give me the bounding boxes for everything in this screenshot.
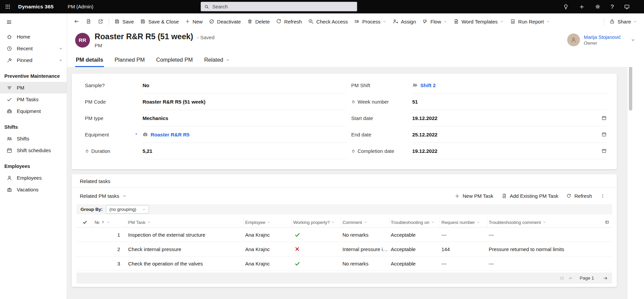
column-header-troubleshooting-comment[interactable]: Troubleshooting comment	[487, 217, 602, 227]
run-report-button[interactable]: Run Report	[507, 16, 553, 26]
sidebar-item-shifts[interactable]: Shifts	[0, 133, 67, 144]
sidebar-item-employees[interactable]: Employees	[0, 172, 67, 184]
share-button[interactable]: Share	[606, 16, 640, 26]
field-value[interactable]: Roaster R&R R5 (51 week)	[143, 94, 346, 110]
chevron-down-icon	[364, 221, 367, 224]
column-header-pm-task[interactable]: PM Task	[127, 217, 244, 227]
owner-avatar[interactable]	[567, 34, 580, 46]
sidebar-item-shift-schedules[interactable]: Shift schedules	[0, 144, 67, 156]
delete-button[interactable]: Delete	[244, 16, 273, 26]
more-commands-button[interactable]	[597, 191, 609, 201]
tab-related[interactable]: Related	[204, 54, 230, 67]
tab-completed-pm[interactable]: Completed PM	[156, 54, 194, 67]
cell-troubleshooting-on: Acceptable	[389, 232, 440, 238]
add-icon[interactable]	[579, 4, 585, 10]
flow-button[interactable]: Flow	[419, 16, 450, 26]
column-header-request-number[interactable]: Request number	[440, 217, 487, 227]
calendar-icon[interactable]	[601, 148, 607, 154]
column-header-employee[interactable]: Employee	[244, 217, 292, 227]
app-name[interactable]: PM (Admin)	[68, 4, 94, 9]
refresh-button[interactable]: Refresh	[273, 16, 305, 26]
field-value[interactable]: No	[143, 77, 346, 94]
help-icon[interactable]: ?	[611, 4, 614, 10]
field-value[interactable]: Mechanics	[143, 110, 346, 126]
chevron-down-icon[interactable]	[631, 38, 635, 42]
lightbulb-icon[interactable]	[563, 4, 569, 10]
sidebar-item-label: Shift schedules	[17, 147, 51, 153]
table-row[interactable]: 2 Check internal pressure Ana Krajnc Int…	[76, 242, 612, 256]
sidebar-item-pinned[interactable]: Pinned	[0, 54, 67, 66]
sidebar-item-vacations[interactable]: Vacations	[0, 184, 67, 195]
sidebar-collapse-hamburger-icon[interactable]	[0, 13, 67, 31]
column-header-number[interactable]: №	[93, 217, 127, 227]
form-selector-button[interactable]	[83, 16, 95, 26]
equipment-lookup-link[interactable]: Roaster R&R R5	[151, 132, 190, 137]
sidebar-item-equipment[interactable]: Equipment	[0, 105, 67, 117]
word-templates-button[interactable]: Word Templates	[450, 16, 507, 26]
grid-settings-icon[interactable]	[602, 217, 612, 227]
equipment-icon	[6, 108, 12, 114]
sidebar-item-home[interactable]: Home	[0, 31, 67, 43]
field-label: PM type	[85, 115, 103, 121]
form-document-icon	[86, 18, 92, 24]
save-button[interactable]: Save	[111, 16, 137, 26]
new-pm-task-button[interactable]: New PM Task	[451, 191, 496, 201]
field-label: Equipment	[85, 132, 109, 137]
field-value[interactable]: Shift 2	[412, 77, 607, 94]
table-row[interactable]: 3 Check the operation of the valves Ana …	[76, 256, 612, 271]
settings-gear-icon[interactable]	[595, 4, 601, 10]
field-value: 51	[412, 94, 607, 110]
field-value[interactable]: 19.12.2022	[412, 110, 607, 126]
feedback-monitor-icon[interactable]	[624, 4, 630, 10]
field-value[interactable]: 25.12.2022	[412, 126, 607, 143]
lock-icon	[85, 149, 89, 153]
table-row[interactable]: 1 Inspection of the external structure A…	[76, 228, 612, 242]
previous-page-button[interactable]	[568, 276, 574, 281]
save-and-close-button[interactable]: Save & Close	[137, 16, 182, 26]
cell-pm-task: Inspection of the external structure	[127, 232, 244, 238]
app-launcher-waffle-icon[interactable]	[0, 0, 15, 13]
form-tabs: PM details Planned PM Completed PM Relat…	[67, 54, 644, 67]
new-button[interactable]: New	[182, 17, 206, 26]
process-icon	[354, 18, 360, 24]
subgrid-refresh-button[interactable]: Refresh	[563, 191, 595, 201]
group-by-label: Group By:	[80, 207, 103, 212]
deactivate-button[interactable]: Deactivate	[206, 16, 244, 26]
people-icon	[412, 82, 418, 88]
owner-name-link[interactable]: Marija Stojanović	[584, 35, 621, 40]
next-page-button[interactable]	[603, 276, 608, 281]
sidebar-item-pm[interactable]: PM	[0, 82, 67, 94]
check-access-button[interactable]: Check Access	[305, 16, 351, 26]
share-icon	[609, 18, 615, 24]
open-in-new-window-button[interactable]	[95, 16, 107, 26]
cell-troubleshooting-comment: Pressure returned to normal limits	[487, 246, 602, 252]
assign-button[interactable]: Assign	[389, 16, 419, 26]
select-all-check-icon[interactable]	[76, 217, 93, 227]
related-pm-tasks-grid: № PM Task Employee Working properly? Com…	[76, 217, 612, 271]
pm-filter-icon	[6, 85, 12, 91]
process-button[interactable]: Process	[351, 16, 389, 26]
vertical-scrollbar-thumb[interactable]	[629, 60, 632, 111]
shift-lookup-link[interactable]: Shift 2	[420, 82, 436, 88]
back-button[interactable]	[70, 16, 83, 26]
calendar-icon[interactable]	[601, 132, 607, 137]
group-by-dropdown[interactable]: (no grouping)	[106, 205, 149, 214]
column-header-working-properly[interactable]: Working properly?	[292, 217, 341, 227]
brand-title[interactable]: Dynamics 365	[18, 4, 54, 10]
add-existing-pm-task-button[interactable]: Add Existing PM Task	[498, 191, 562, 201]
grid-pagination-bar: Page 1	[76, 273, 612, 284]
owner-block: Marija Stojanović Owner	[567, 32, 635, 46]
search-input[interactable]	[212, 4, 354, 10]
tab-pm-details[interactable]: PM details	[75, 54, 104, 67]
sidebar-item-pm-tasks[interactable]: PM Tasks	[0, 94, 67, 105]
subgrid-view-selector[interactable]: Related PM tasks	[80, 193, 126, 199]
field-value[interactable]: Roaster R&R R5	[143, 126, 346, 143]
column-header-troubleshooting-on[interactable]: Troubleshooting on	[389, 217, 440, 227]
related-tasks-section: Related tasks Related PM tasks New PM Ta…	[72, 174, 617, 287]
first-page-button[interactable]	[559, 276, 565, 281]
calendar-icon[interactable]	[601, 115, 607, 121]
sidebar-item-recent[interactable]: Recent	[0, 43, 67, 54]
global-search-box[interactable]	[201, 2, 357, 11]
column-header-comment[interactable]: Comment	[341, 217, 389, 227]
tab-planned-pm[interactable]: Planned PM	[114, 54, 146, 67]
